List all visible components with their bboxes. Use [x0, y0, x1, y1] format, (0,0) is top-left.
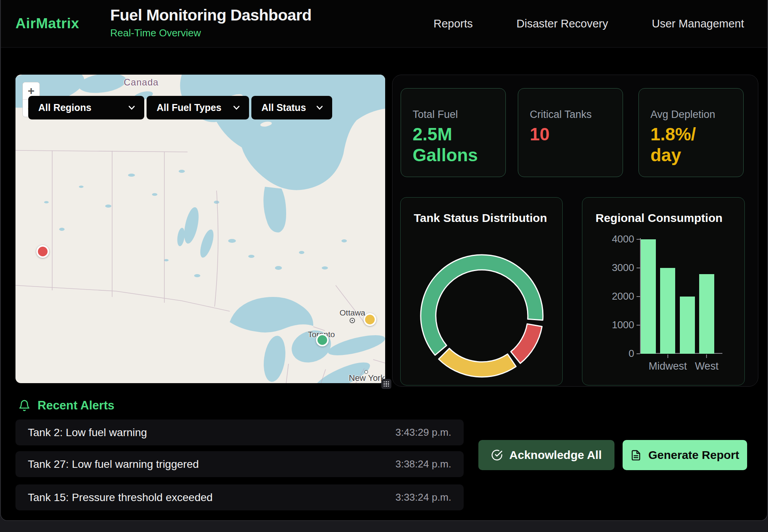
bell-icon — [18, 399, 31, 412]
y-tick-label: 0 — [602, 348, 634, 360]
alert-timestamp: 3:43:29 p.m. — [395, 426, 451, 438]
map-label-ottawa: Ottawa — [340, 308, 365, 317]
donut-segment-warning — [439, 348, 516, 377]
map-marker-critical[interactable] — [36, 245, 49, 258]
alert-timestamp: 3:33:24 p.m. — [395, 491, 451, 503]
status-filter-value: All Status — [261, 102, 307, 113]
generate-report-button[interactable]: Generate Report — [623, 440, 747, 470]
y-tick-label: 1000 — [602, 319, 634, 331]
map-marker-warning[interactable] — [364, 313, 376, 326]
stat-card-avg-depletion: Avg Depletion 1.8%/ day — [638, 88, 744, 177]
bar — [699, 274, 714, 354]
alerts-header: Recent Alerts — [18, 399, 114, 413]
app-window: AirMatrix Fuel Monitoring Dashboard Real… — [0, 0, 768, 521]
x-tick-mark — [706, 355, 707, 358]
fuel-type-filter-dropdown[interactable]: All Fuel Types — [147, 96, 249, 119]
donut-segment-critical — [511, 324, 542, 363]
y-tick-mark — [637, 353, 640, 354]
resize-drag-handle-icon[interactable] — [381, 379, 391, 389]
bar — [680, 297, 695, 354]
fuel-type-filter-value: All Fuel Types — [157, 102, 224, 113]
alerts-title: Recent Alerts — [38, 399, 114, 413]
map-label-canada: Canada — [124, 77, 159, 88]
nav-item-disaster-recovery[interactable]: Disaster Recovery — [517, 17, 608, 30]
map-canvas[interactable]: Canada Ottawa Toronto New York + − All R… — [15, 75, 385, 383]
acknowledge-all-button[interactable]: Acknowledge All — [478, 440, 614, 470]
map-filters: All Regions All Fuel Types All Status — [28, 96, 332, 119]
bar — [641, 239, 656, 354]
generate-report-label: Generate Report — [648, 448, 739, 462]
overview-panel: Total Fuel 2.5M Gallons Critical Tanks 1… — [392, 75, 758, 387]
y-tick-mark — [637, 239, 640, 240]
brand-logo[interactable]: AirMatrix — [15, 15, 79, 32]
map-label-new-york: New York — [349, 373, 385, 383]
page-title: Fuel Monitoring Dashboard — [110, 6, 311, 24]
alert-message: Tank 15: Pressure threshold exceeded — [28, 491, 395, 504]
alert-timestamp: 3:38:24 p.m. — [395, 458, 451, 470]
main-nav: Reports Disaster Recovery User Managemen… — [433, 0, 744, 48]
regional-consumption-chart-card: Regional Consumption 01000200030004000Mi… — [582, 197, 745, 385]
bar-chart-area: 01000200030004000MidwestWest — [582, 198, 744, 385]
y-tick-label: 3000 — [602, 262, 634, 274]
alert-row: Tank 2: Low fuel warning 3:43:29 p.m. — [15, 419, 464, 445]
title-block: Fuel Monitoring Dashboard Real-Time Over… — [110, 6, 311, 39]
map-section: Canada Ottawa Toronto New York + − All R… — [15, 75, 385, 383]
x-tick-label: West — [676, 360, 737, 372]
y-tick-mark — [637, 268, 640, 268]
bar — [660, 268, 675, 354]
chevron-down-icon — [316, 106, 323, 110]
y-tick-mark — [637, 296, 640, 297]
y-tick-mark — [637, 325, 640, 326]
region-filter-dropdown[interactable]: All Regions — [28, 96, 144, 119]
y-tick-label: 4000 — [602, 233, 634, 245]
map-marker-normal[interactable] — [316, 334, 329, 346]
stat-card-total-fuel: Total Fuel 2.5M Gallons — [401, 88, 506, 177]
stat-value: 10 — [530, 124, 612, 145]
document-icon — [630, 450, 642, 461]
y-tick-label: 2000 — [602, 290, 634, 302]
status-filter-dropdown[interactable]: All Status — [251, 96, 332, 119]
alert-row: Tank 27: Low fuel warning triggered 3:38… — [15, 451, 464, 477]
stat-card-critical-tanks: Critical Tanks 10 — [518, 88, 623, 177]
alert-message: Tank 2: Low fuel warning — [28, 426, 395, 439]
alert-message: Tank 27: Low fuel warning triggered — [28, 458, 395, 471]
stat-value: 1.8%/ day — [650, 124, 732, 166]
tank-status-chart-card: Tank Status Distribution — [400, 197, 563, 385]
chevron-down-icon — [233, 106, 240, 110]
page-subtitle: Real-Time Overview — [110, 27, 311, 39]
region-filter-value: All Regions — [38, 102, 119, 113]
check-circle-icon — [491, 449, 503, 461]
stat-label: Critical Tanks — [530, 109, 612, 121]
chevron-down-icon — [128, 106, 135, 110]
x-tick-mark — [667, 355, 668, 358]
header: AirMatrix Fuel Monitoring Dashboard Real… — [1, 0, 767, 48]
alert-row: Tank 15: Pressure threshold exceeded 3:3… — [15, 484, 464, 510]
nav-item-user-management[interactable]: User Management — [652, 17, 744, 30]
nav-item-reports[interactable]: Reports — [433, 17, 473, 30]
stat-value: 2.5M Gallons — [413, 124, 495, 166]
stat-label: Total Fuel — [413, 109, 495, 121]
donut-chart — [401, 198, 563, 386]
stat-label: Avg Depletion — [650, 109, 732, 121]
acknowledge-all-label: Acknowledge All — [509, 448, 602, 462]
